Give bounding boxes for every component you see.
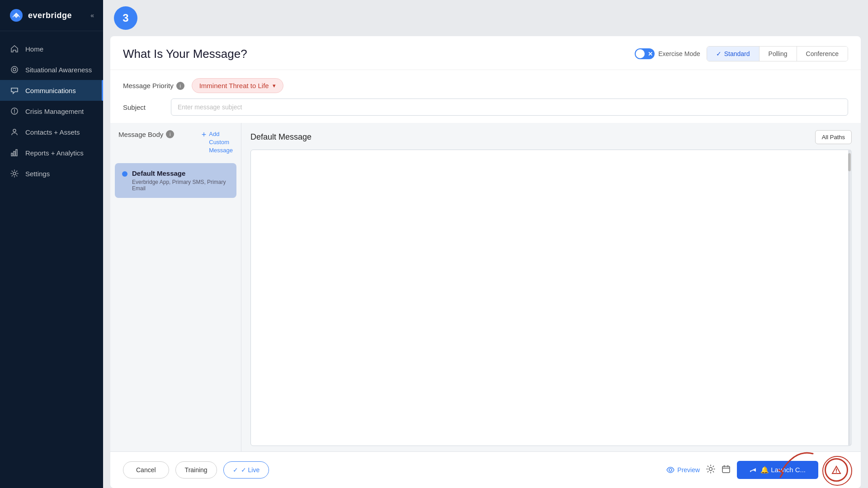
preview-eye-icon [666,466,675,474]
sidebar-item-communications[interactable]: Communications [0,80,103,101]
message-item-title: Default Message [132,169,229,177]
warning-alert-button[interactable] [825,458,848,482]
step-bar: 3 [103,0,868,36]
message-priority-label: Message Priority i [123,82,184,90]
check-icon: ✓ [716,50,722,57]
communications-icon [10,86,19,95]
subject-label: Subject [123,103,164,111]
toggle-knob [636,49,645,58]
settings-button[interactable] [706,465,715,476]
sidebar-item-crisis-management[interactable]: Crisis Management [0,101,103,122]
sidebar-item-settings-label: Settings [25,170,50,178]
mode-controls: ✕ Exercise Mode ✓ Standard Polling Confe… [635,46,848,61]
home-icon [10,44,19,53]
svg-rect-5 [11,153,13,156]
warning-triangle-icon [831,465,841,475]
message-item-subtitle: Everbridge App, Primary SMS, Primary Ema… [132,179,229,192]
all-paths-button[interactable]: All Paths [815,130,852,144]
message-area: Message Body i + AddCustomMessage Defa [110,123,861,451]
situational-awareness-icon [10,65,19,74]
priority-chevron-icon: ▾ [273,82,276,89]
mode-tabs: ✓ Standard Polling Conference [707,46,848,61]
settings-icon [10,169,19,178]
gear-icon [706,465,715,474]
list-item[interactable]: Default Message Everbridge App, Primary … [115,163,236,198]
preview-button[interactable]: Preview [666,466,700,474]
bottom-bar: Cancel Training ✓ ✓ Live Preview 🔔 Launc… [110,451,861,488]
step-number: 3 [114,6,137,30]
scrollbar-track [848,150,851,446]
live-button[interactable]: ✓ ✓ Live [223,461,269,479]
sidebar-item-home-label: Home [25,45,43,53]
sidebar-item-settings[interactable]: Settings [0,163,103,184]
toggle-x-icon: ✕ [648,51,653,57]
sidebar-item-contacts-assets[interactable]: Contacts + Assets [0,122,103,142]
tab-standard[interactable]: ✓ Standard [707,47,759,61]
subject-row: Subject [110,99,861,123]
priority-badge[interactable]: Imminent Threat to Life ▾ [192,78,283,93]
svg-rect-6 [14,151,15,156]
tab-conference[interactable]: Conference [797,47,848,61]
scrollbar-thumb[interactable] [848,153,851,171]
message-textarea-wrapper [241,150,861,451]
message-sidebar: Message Body i + AddCustomMessage Defa [110,123,241,451]
card-body: Message Priority i Imminent Threat to Li… [110,70,861,451]
svg-rect-11 [722,466,730,473]
training-button[interactable]: Training [175,461,217,479]
sidebar-item-situational-awareness[interactable]: Situational Awareness [0,59,103,80]
calendar-button[interactable] [722,465,731,475]
svg-point-4 [13,129,16,132]
message-dot-icon [122,171,127,177]
sidebar-collapse-button[interactable]: « [90,12,94,19]
exercise-mode-label: Exercise Mode [658,50,700,57]
message-sidebar-header: Message Body i + AddCustomMessage [110,123,241,160]
sidebar-logo: everbridge « [0,0,103,31]
add-icon: + [202,130,207,140]
check-icon: ✓ [233,466,238,474]
message-item-content: Default Message Everbridge App, Primary … [132,169,229,192]
card-header: What Is Your Message? ✕ Exercise Mode ✓ … [110,36,861,70]
reports-analytics-icon [10,148,19,157]
logo-text: everbridge [28,11,72,20]
launch-megaphone-icon [750,466,757,474]
priority-row: Message Priority i Imminent Threat to Li… [110,70,861,99]
message-body-info-icon[interactable]: i [166,130,174,138]
message-textarea[interactable] [250,150,852,446]
svg-point-9 [669,469,672,471]
sidebar-item-situational-awareness-label: Situational Awareness [25,66,92,74]
svg-point-1 [11,66,18,73]
svg-point-8 [13,172,16,175]
subject-input[interactable] [171,99,848,116]
svg-rect-7 [16,150,17,156]
calendar-icon [722,465,731,474]
exercise-mode-switch[interactable]: ✕ [635,48,655,59]
svg-point-10 [709,467,712,470]
main-content: 3 What Is Your Message? ✕ Exercise Mode … [103,0,868,488]
sidebar-nav: Home Situational Awareness Communication… [0,31,103,488]
add-custom-message-label: AddCustomMessage [209,130,233,155]
launch-button[interactable]: 🔔 Launch C... [737,461,818,479]
add-custom-message-button[interactable]: + AddCustomMessage [202,130,233,155]
content-card: What Is Your Message? ✕ Exercise Mode ✓ … [110,36,861,488]
sidebar-item-crisis-management-label: Crisis Management [25,108,84,115]
everbridge-logo-icon [9,8,24,23]
sidebar-item-contacts-assets-label: Contacts + Assets [25,128,80,136]
sidebar-item-reports-analytics-label: Reports + Analytics [25,149,84,157]
crisis-management-icon [10,107,19,116]
priority-info-icon[interactable]: i [176,82,184,90]
sidebar-item-reports-analytics[interactable]: Reports + Analytics [0,142,103,163]
page-title: What Is Your Message? [123,47,247,61]
sidebar-item-communications-label: Communications [25,87,76,94]
sidebar-item-home[interactable]: Home [0,38,103,59]
message-body-label: Message Body i [118,130,174,138]
exercise-mode-toggle[interactable]: ✕ Exercise Mode [635,48,700,59]
contacts-assets-icon [10,127,19,136]
message-content-header: Default Message All Paths [241,123,861,150]
message-content-panel: Default Message All Paths [241,123,861,451]
sidebar: everbridge « Home Situational Awareness … [0,0,103,488]
tab-polling[interactable]: Polling [759,47,797,61]
default-message-title: Default Message [250,132,311,142]
svg-point-2 [13,68,16,71]
message-list: Default Message Everbridge App, Primary … [110,160,241,451]
cancel-button[interactable]: Cancel [123,461,169,479]
